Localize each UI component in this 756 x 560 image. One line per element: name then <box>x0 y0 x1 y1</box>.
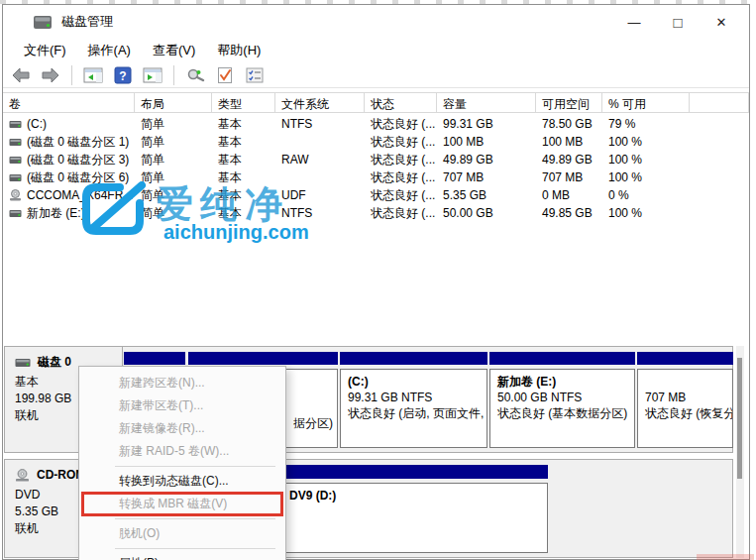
back-icon[interactable] <box>9 64 33 86</box>
partition-c-title: (C:) <box>348 374 486 390</box>
drive-icon <box>9 208 22 218</box>
partition-recovery-status: 状态良好 (恢复分区) <box>645 405 732 421</box>
partition-c[interactable]: (C:) 99.31 GB NTFS 状态良好 (启动, 页面文件, <box>340 350 487 449</box>
partition-3-header <box>188 352 338 365</box>
cd-media-label: DV9 (D:) <box>289 488 336 504</box>
drive-icon <box>9 172 22 182</box>
cd-drive-icon <box>15 469 30 482</box>
menu-file[interactable]: 文件(F) <box>13 40 77 61</box>
cd-icon <box>9 189 22 201</box>
scrollbar-thumb[interactable] <box>737 358 742 479</box>
disk-management-window: 磁盘管理 — □ ✕ 文件(F) 操作(A) 查看(V) 帮助(H) ? <box>2 4 750 560</box>
column-header-volume[interactable]: 卷 <box>3 93 135 112</box>
check-document-icon[interactable] <box>213 64 237 86</box>
vertical-scrollbar[interactable] <box>736 346 744 558</box>
column-header-free[interactable]: 可用空间 <box>536 93 602 112</box>
menu-item-new-striped-volume[interactable]: 新建带区卷(T)... <box>79 394 285 417</box>
menu-item-convert-to-dynamic-disk[interactable]: 转换到动态磁盘(C)... <box>79 470 285 493</box>
toolbar-separator <box>71 65 72 85</box>
partition-e-status: 状态良好 (基本数据分区) <box>497 405 634 421</box>
console-tree-icon[interactable] <box>81 64 105 86</box>
toolbar: ? <box>3 62 749 88</box>
menu-separator <box>115 518 275 519</box>
help-icon[interactable]: ? <box>111 64 135 86</box>
table-row[interactable]: (磁盘 0 磁盘分区 1) 简单 基本 状态良好 (... 100 MB 100… <box>3 133 749 151</box>
partition-recovery[interactable]: 707 MB 状态良好 (恢复分区) <box>637 350 733 449</box>
table-row[interactable]: CCCOMA_X64FR... 简单 基本 UDF 状态良好 (... 5.35… <box>3 186 749 204</box>
app-icon <box>33 15 53 30</box>
partition-c-status: 状态良好 (启动, 页面文件, <box>348 405 486 421</box>
column-header-type[interactable]: 类型 <box>212 93 275 112</box>
drive-icon <box>9 119 22 129</box>
menu-item-new-mirrored-volume[interactable]: 新建镜像卷(R)... <box>79 417 285 440</box>
table-row[interactable]: (C:) 简单 基本 NTFS 状态良好 (... 99.31 GB 78.50… <box>3 115 749 133</box>
table-row[interactable]: 新加卷 (E:) 简单 基本 NTFS 状态良好 (... 50.00 GB 4… <box>3 204 749 222</box>
volume-list: 卷 布局 类型 文件系统 状态 容量 可用空间 % 可用 (C:) 简单 基本 … <box>3 92 749 340</box>
close-button[interactable]: ✕ <box>700 5 743 39</box>
partition-3-status-tail: 据分区) <box>293 415 333 431</box>
menu-action[interactable]: 操作(A) <box>77 40 142 61</box>
disk-icon <box>15 357 31 368</box>
toolbar-separator <box>173 65 174 85</box>
menu-help[interactable]: 帮助(H) <box>206 40 271 61</box>
title-bar: 磁盘管理 — □ ✕ <box>3 5 749 39</box>
partition-1-header <box>124 352 185 365</box>
partition-c-header <box>340 352 487 365</box>
column-header-filesystem[interactable]: 文件系统 <box>275 93 365 112</box>
column-header-percent[interactable]: % 可用 <box>602 93 690 112</box>
menu-view[interactable]: 查看(V) <box>142 40 206 61</box>
table-row[interactable]: (磁盘 0 磁盘分区 3) 简单 基本 RAW 状态良好 (... 49.89 … <box>3 151 749 168</box>
partition-c-size: 99.31 GB NTFS <box>348 390 486 405</box>
menu-item-new-raid5-volume[interactable]: 新建 RAID-5 卷(W)... <box>79 440 285 463</box>
partition-e-header <box>489 352 635 365</box>
watermark-corner-sliver <box>697 554 754 560</box>
svg-text:?: ? <box>119 68 126 82</box>
column-header-capacity[interactable]: 容量 <box>437 93 536 112</box>
drive-icon <box>9 155 22 165</box>
column-header-layout[interactable]: 布局 <box>135 93 212 112</box>
column-header-empty <box>690 93 749 112</box>
rescan-icon[interactable] <box>183 64 207 86</box>
menu-item-convert-to-mbr-disk[interactable]: 转换成 MBR 磁盘(V) <box>79 493 285 515</box>
forward-icon[interactable] <box>39 64 62 86</box>
menu-separator <box>115 548 275 549</box>
drive-icon <box>9 137 22 147</box>
checklist-icon[interactable] <box>243 64 267 86</box>
partition-e-title: 新加卷 (E:) <box>497 374 634 390</box>
menu-separator <box>115 466 275 467</box>
page-title: 磁盘管理 <box>61 13 113 31</box>
menu-bar: 文件(F) 操作(A) 查看(V) 帮助(H) <box>3 39 749 62</box>
menu-item-new-spanned-volume[interactable]: 新建跨区卷(N)... <box>79 372 285 394</box>
minimize-button[interactable]: — <box>612 5 656 39</box>
maximize-button[interactable]: □ <box>656 5 700 39</box>
partition-recovery-size: 707 MB <box>645 390 732 405</box>
action-pane-icon[interactable] <box>141 64 164 86</box>
column-header-status[interactable]: 状态 <box>365 93 437 112</box>
partition-e[interactable]: 新加卷 (E:) 50.00 GB NTFS 状态良好 (基本数据分区) <box>489 350 635 449</box>
table-row[interactable]: (磁盘 0 磁盘分区 6) 简单 基本 状态良好 (... 707 MB 707… <box>3 168 749 186</box>
volume-list-header: 卷 布局 类型 文件系统 状态 容量 可用空间 % 可用 <box>3 92 749 113</box>
menu-item-offline[interactable]: 脱机(O) <box>79 522 285 545</box>
menu-item-properties[interactable]: 属性(P) <box>79 552 285 560</box>
partition-e-size: 50.00 GB NTFS <box>497 390 634 405</box>
disk-context-menu: 新建跨区卷(N)... 新建带区卷(T)... 新建镜像卷(R)... 新建 R… <box>78 366 286 560</box>
partition-recovery-header <box>637 352 733 365</box>
